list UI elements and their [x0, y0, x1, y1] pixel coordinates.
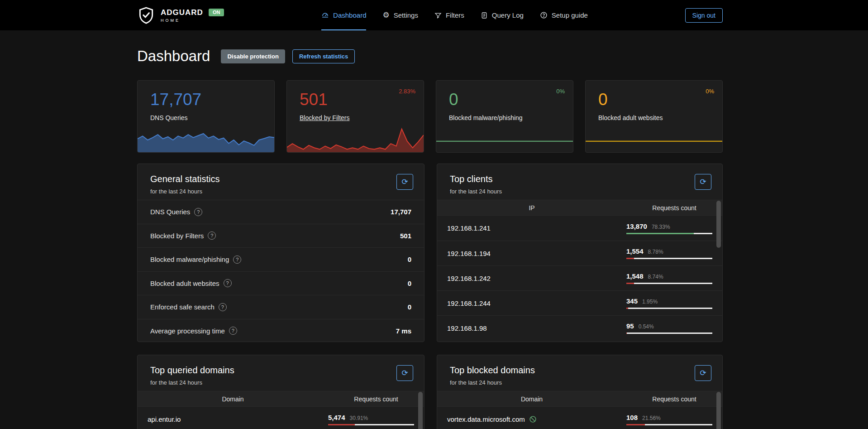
panel-title: General statistics	[150, 174, 411, 184]
stat-row: Average processing time?7 ms	[138, 319, 424, 342]
sign-out-button[interactable]: Sign out	[685, 8, 723, 23]
sparkline-chart	[586, 128, 722, 152]
requests-count-cell: 1,5548.78%	[626, 247, 712, 259]
client-ip[interactable]: 192.168.1.244	[447, 299, 626, 307]
column-header-ip: IP	[437, 204, 626, 212]
card-percent: 0%	[706, 88, 714, 95]
scrollbar-thumb[interactable]	[418, 392, 423, 429]
refresh-statistics-button[interactable]: Refresh statistics	[292, 49, 355, 63]
help-icon[interactable]: ?	[233, 255, 241, 264]
refresh-top-blocked-domains-button[interactable]: ⟳	[695, 365, 711, 381]
help-icon[interactable]: ?	[219, 303, 227, 311]
top-clients-rows: 192.168.1.24113,87078.33%192.168.1.1941,…	[437, 216, 722, 340]
nav-item-settings[interactable]: ⚙ Settings	[382, 0, 418, 30]
count-value: 345	[626, 297, 638, 305]
top-clients-panel: ⟳ Top clients for the last 24 hours IP R…	[437, 164, 723, 342]
card-percent: 0%	[556, 88, 565, 95]
document-icon	[481, 12, 488, 19]
top-queried-domains-rows: api.entur.io5,47430.91%	[138, 407, 424, 429]
progress-bar	[328, 424, 414, 425]
refresh-icon: ⟳	[401, 177, 408, 187]
stat-value: 17,707	[391, 208, 411, 216]
refresh-icon: ⟳	[700, 177, 706, 187]
card-label[interactable]: Blocked by Filters	[300, 114, 349, 121]
sparkline-chart	[138, 128, 274, 152]
refresh-general-statistics-button[interactable]: ⟳	[396, 174, 413, 190]
count-value: 95	[626, 322, 634, 330]
nav-item-setup-guide[interactable]: Setup guide	[540, 0, 588, 30]
table-row: api.entur.io5,47430.91%	[138, 407, 424, 429]
stat-row: Blocked malware/phishing?0	[138, 247, 424, 271]
nav-item-filters[interactable]: Filters	[434, 0, 464, 30]
count-value: 1,554	[626, 247, 644, 255]
dashboard-icon	[321, 11, 329, 19]
disable-protection-button[interactable]: Disable protection	[221, 49, 285, 63]
client-ip[interactable]: 192.168.1.194	[447, 250, 626, 257]
table-row: vortex.data.microsoft.com10821.56%	[437, 407, 722, 429]
top-blocked-domains-panel: ⟳ Top blocked domains for the last 24 ho…	[437, 355, 723, 429]
requests-count-cell: 3451.95%	[626, 297, 712, 309]
gear-icon: ⚙	[382, 11, 389, 19]
column-header-domain: Domain	[437, 395, 626, 403]
stat-row: Blocked by Filters?501	[138, 224, 424, 248]
top-blocked-domains-rows: vortex.data.microsoft.com10821.56%	[437, 407, 722, 429]
table-row: 192.168.1.2421,5488.74%	[437, 265, 722, 290]
card-value: 501	[300, 91, 328, 109]
count-value: 5,474	[328, 414, 345, 421]
column-header-requests-count: Requests count	[626, 204, 722, 212]
help-icon[interactable]: ?	[194, 208, 202, 216]
stat-card-blocked-malware-phishing: 0%0Blocked malware/phishing	[436, 80, 573, 153]
panel-subtitle: for the last 24 hours	[450, 379, 710, 386]
top-navbar: ADGUARD ON HOME Dashboard ⚙ Settings	[0, 0, 868, 30]
client-ip[interactable]: 192.168.1.242	[447, 275, 626, 282]
sparkline-chart	[287, 128, 424, 152]
stat-row: Enforced safe search?0	[138, 295, 424, 319]
refresh-top-clients-button[interactable]: ⟳	[695, 174, 711, 190]
client-ip[interactable]: 192.168.1.98	[447, 324, 626, 332]
stat-card-blocked-by-filters: 2.83%501Blocked by Filters	[286, 80, 424, 153]
requests-count-cell: 950.54%	[626, 322, 712, 334]
table-row: 192.168.1.1941,5548.78%	[437, 241, 722, 265]
stat-value: 0	[408, 280, 411, 287]
card-value: 0	[449, 91, 458, 109]
stat-label: DNS Queries?	[150, 208, 202, 216]
panel-title: Top clients	[450, 174, 710, 184]
stat-label: Average processing time?	[150, 327, 237, 335]
count-percent: 30.91%	[350, 415, 368, 421]
general-statistics-panel: ⟳ General statistics for the last 24 hou…	[137, 164, 424, 342]
top-queried-domains-panel: ⟳ Top queried domains for the last 24 ho…	[137, 355, 424, 429]
column-header-requests-count: Requests count	[626, 395, 722, 403]
progress-bar	[626, 233, 712, 234]
domain-name[interactable]: api.entur.io	[148, 415, 328, 423]
help-icon[interactable]: ?	[229, 327, 237, 335]
stat-label: Enforced safe search?	[150, 303, 227, 311]
stat-value: 7 ms	[396, 327, 411, 335]
scrollbar-thumb[interactable]	[716, 201, 721, 248]
count-value: 1,548	[626, 272, 644, 280]
general-stats-rows: DNS Queries?17,707Blocked by Filters?501…	[138, 200, 424, 342]
help-icon[interactable]: ?	[224, 279, 232, 287]
count-percent: 8.74%	[648, 274, 663, 280]
client-ip[interactable]: 192.168.1.241	[447, 224, 626, 232]
card-label: Blocked malware/phishing	[449, 114, 523, 121]
table-header: Domain Requests count	[437, 391, 722, 407]
funnel-icon	[434, 12, 442, 19]
column-header-requests-count: Requests count	[328, 395, 424, 403]
sparkline-chart	[436, 128, 573, 152]
domain-name[interactable]: vortex.data.microsoft.com	[447, 415, 626, 423]
panel-subtitle: for the last 24 hours	[150, 379, 411, 386]
card-label: Blocked adult websites	[598, 114, 663, 121]
column-header-domain: Domain	[138, 395, 328, 403]
help-icon[interactable]: ?	[208, 231, 216, 240]
stat-value: 0	[408, 303, 411, 311]
refresh-top-queried-domains-button[interactable]: ⟳	[396, 365, 413, 381]
nav-item-query-log[interactable]: Query Log	[481, 0, 524, 30]
table-row: 192.168.1.98950.54%	[437, 315, 722, 340]
nav-menu: Dashboard ⚙ Settings Filters Query Log	[321, 0, 588, 30]
adguard-logo: ADGUARD ON HOME	[137, 0, 224, 30]
table-header: Domain Requests count	[138, 391, 424, 407]
nav-label: Filters	[446, 11, 464, 19]
panel-subtitle: for the last 24 hours	[450, 188, 710, 195]
nav-item-dashboard[interactable]: Dashboard	[321, 0, 366, 30]
scrollbar-thumb[interactable]	[716, 392, 721, 429]
